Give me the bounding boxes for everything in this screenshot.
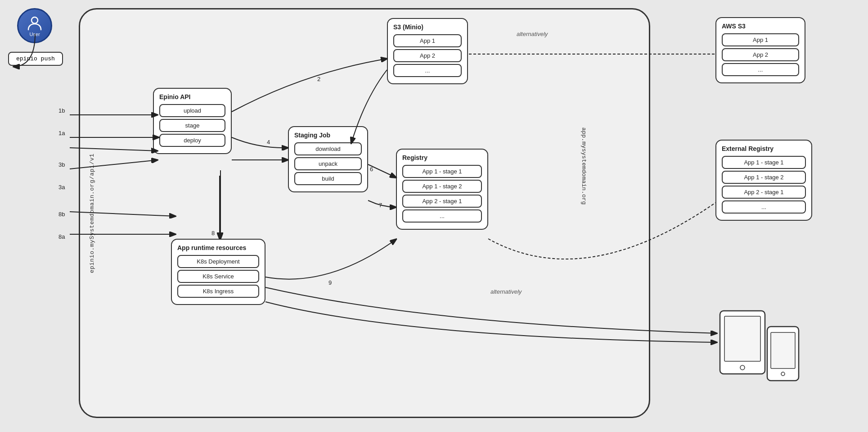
arrow-label-1a: 1a (58, 130, 65, 136)
svg-point-3 (740, 365, 745, 370)
arrow-label-8b: 8b (58, 211, 65, 218)
reg-app1-s1-box: App 1 - stage 1 (402, 165, 482, 178)
external-registry-box: External Registry App 1 - stage 1 App 1 … (715, 140, 812, 221)
staging-job-box: Staging Job download unpack build (288, 126, 368, 192)
ext-reg-app1-s1-box: App 1 - stage 1 (722, 156, 806, 169)
arrow-label-2: 2 (317, 76, 320, 82)
arrow-label-1b: 1b (58, 107, 65, 114)
app-runtime-title: App runtime resources (177, 244, 259, 251)
diagram-container: epinio.mySystemdomain.org/api/v1 app.mys… (0, 0, 868, 432)
main-cluster-box (79, 8, 650, 418)
download-box: download (294, 142, 362, 155)
svg-rect-2 (724, 316, 760, 361)
arrow-label-4: 4 (267, 139, 270, 146)
aws-dots-box: ... (722, 63, 799, 76)
s3-app2-box: App 2 (393, 49, 462, 62)
arrow-label-8: 8 (211, 230, 215, 236)
arrow-label-3b: 3b (58, 161, 65, 168)
ext-reg-app2-s1-box: App 2 - stage 1 (722, 186, 806, 199)
registry-box: Registry App 1 - stage 1 App 1 - stage 2… (396, 149, 488, 230)
right-vertical-label: app.mysystemdomain.org (575, 8, 593, 323)
aws-s3-title: AWS S3 (722, 23, 799, 30)
svg-point-6 (781, 372, 785, 376)
ext-reg-dots-box: ... (722, 200, 806, 214)
registry-title: Registry (402, 154, 482, 161)
reg-app1-s2-box: App 1 - stage 2 (402, 180, 482, 193)
epinio-api-title: Epinio API (159, 93, 225, 100)
k8s-service-box: K8s Service (177, 270, 259, 283)
arrow-label-7: 7 (379, 202, 382, 209)
staging-job-title: Staging Job (294, 132, 362, 139)
devices-area (715, 306, 805, 396)
svg-point-0 (31, 17, 38, 23)
main-box-label: epinio.mySystemdomain.org/api/v1 (83, 8, 101, 418)
alternatively-bottom: alternatively (490, 288, 522, 295)
arrow-label-8a: 8a (58, 233, 65, 240)
s3-minio-box: S3 (Minio) App 1 App 2 ... (387, 18, 468, 84)
reg-dots-box: ... (402, 209, 482, 223)
app-runtime-box: App runtime resources K8s Deployment K8s… (171, 239, 265, 305)
unpack-box: unpack (294, 157, 362, 170)
aws-app1-box: App 1 (722, 33, 799, 46)
s3-dots-box: ... (393, 64, 462, 77)
epinio-api-box: Epinio API upload stage deploy (153, 88, 232, 154)
arrow-label-6: 6 (370, 166, 373, 173)
arrow-label-9: 9 (328, 279, 332, 286)
alternatively-top: alternatively (517, 31, 548, 37)
user-icon: User (17, 8, 53, 44)
upload-box: upload (159, 104, 225, 117)
arrow-label-3a: 3a (58, 184, 65, 191)
s3-app1-box: App 1 (393, 34, 462, 47)
build-box: build (294, 172, 362, 185)
k8s-deployment-box: K8s Deployment (177, 255, 259, 268)
user-label: User (29, 32, 40, 37)
svg-rect-5 (771, 332, 795, 368)
s3-minio-title: S3 (Minio) (393, 23, 462, 31)
ext-registry-title: External Registry (722, 145, 806, 152)
stage-box: stage (159, 119, 225, 132)
k8s-ingress-box: K8s Ingress (177, 285, 259, 298)
ext-reg-app1-s2-box: App 1 - stage 2 (722, 171, 806, 184)
aws-s3-box: AWS S3 App 1 App 2 ... (715, 17, 805, 83)
reg-app2-s1-box: App 2 - stage 1 (402, 195, 482, 208)
epinio-push-box: epinio push (8, 52, 63, 66)
aws-app2-box: App 2 (722, 48, 799, 61)
deploy-box: deploy (159, 134, 225, 147)
